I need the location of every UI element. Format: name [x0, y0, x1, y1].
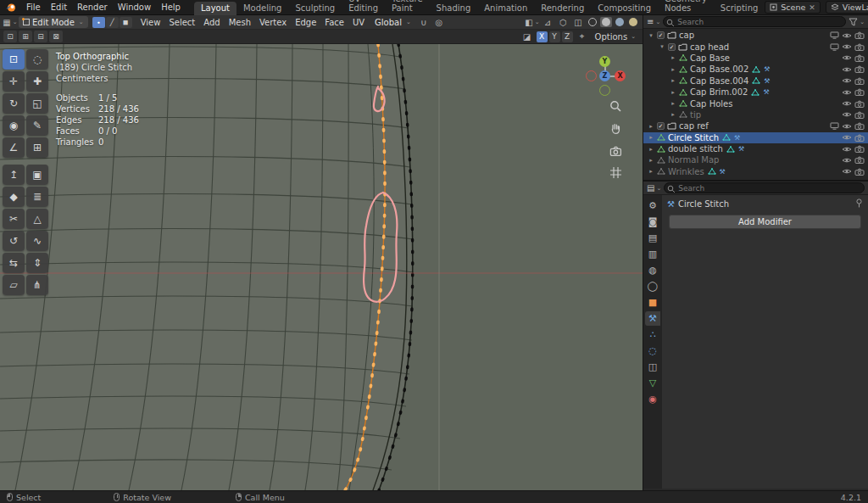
restrict-screen-icon[interactable] — [830, 31, 839, 39]
toggle-ortho-grid-icon[interactable] — [609, 166, 622, 182]
outliner-row[interactable]: ▸Cap Base.002⚒ — [643, 64, 868, 75]
hide-eye-icon[interactable] — [842, 168, 852, 175]
tool-edge-slide[interactable]: ⇆ — [3, 253, 25, 273]
properties-tab-scene[interactable]: ◍ — [645, 263, 660, 277]
workspace-tab-compositing[interactable]: Compositing — [591, 2, 658, 15]
properties-tab-output[interactable]: ▤ — [645, 231, 660, 245]
disable-render-camera-icon[interactable] — [854, 134, 865, 142]
disable-render-camera-icon[interactable] — [854, 88, 865, 96]
mirror-axis-z[interactable]: Z — [562, 31, 573, 42]
properties-tab-render[interactable]: ◙ — [645, 215, 660, 229]
visibility-dropdown-icon[interactable]: ◧⌄ — [526, 16, 539, 28]
workspace-tab-texture-paint[interactable]: Texture Paint — [385, 0, 430, 15]
disable-render-camera-icon[interactable] — [854, 168, 865, 176]
pin-icon[interactable] — [855, 198, 863, 210]
menu-render[interactable]: Render — [72, 3, 113, 12]
expand-arrow-icon[interactable]: ▾ — [659, 43, 665, 50]
axis-x-positive[interactable]: X — [615, 70, 626, 81]
proportional-editing-icon[interactable]: ◎ — [432, 16, 446, 28]
snap-magnet-icon[interactable]: ∪ — [417, 16, 431, 28]
edge-select-icon[interactable]: ╱ — [106, 17, 119, 28]
expand-arrow-icon[interactable]: ▾ — [648, 32, 654, 39]
hide-eye-icon[interactable] — [842, 54, 852, 61]
outliner-search-input[interactable] — [663, 16, 846, 27]
snap-target-icon[interactable]: ⌖ — [576, 31, 589, 42]
outliner-editor-icon[interactable]: ≡⌄ — [647, 17, 660, 26]
viewport-menu-vertex[interactable]: Vertex — [255, 18, 291, 27]
menu-help[interactable]: Help — [156, 3, 186, 12]
expand-arrow-icon[interactable]: ▸ — [648, 157, 654, 164]
restrict-screen-icon[interactable] — [830, 122, 839, 130]
tool-select-circle[interactable]: ◌ — [26, 49, 48, 70]
viewport-menu-mesh[interactable]: Mesh — [225, 18, 255, 27]
tool-measure[interactable]: ∠ — [3, 137, 25, 158]
menu-edit[interactable]: Edit — [46, 3, 72, 12]
shading-rendered-icon[interactable] — [627, 17, 639, 27]
workspace-tab-animation[interactable]: Animation — [477, 2, 534, 15]
workspace-tab-modeling[interactable]: Modeling — [236, 2, 289, 15]
outliner-row[interactable]: ▾✓cap head — [643, 41, 868, 52]
vertex-select-icon[interactable]: ∙ — [92, 17, 105, 28]
expand-arrow-icon[interactable]: ▸ — [648, 146, 654, 153]
tool-bevel[interactable]: ◆ — [3, 187, 25, 207]
tool-shear[interactable]: ▱ — [3, 275, 25, 295]
viewlayer-selector[interactable]: ViewLayer ▣ — [826, 1, 868, 14]
disable-render-camera-icon[interactable] — [854, 31, 865, 39]
hide-eye-icon[interactable] — [842, 111, 852, 118]
select-mode-extend-icon[interactable]: ⊞ — [19, 31, 32, 42]
properties-tab-constraints[interactable]: ◫ — [645, 360, 660, 374]
select-mode-new-icon[interactable]: ⊡ — [3, 31, 17, 42]
restrict-screen-icon[interactable] — [830, 43, 839, 51]
hide-eye-icon[interactable] — [842, 89, 852, 96]
hide-eye-icon[interactable] — [842, 157, 852, 164]
tool-scale[interactable]: ◱ — [26, 93, 48, 114]
tool-knife[interactable]: ✂ — [3, 209, 25, 229]
expand-arrow-icon[interactable]: ▸ — [648, 168, 654, 175]
disable-render-camera-icon[interactable] — [854, 54, 865, 62]
xray-toggle-icon[interactable]: ◫ — [571, 16, 585, 28]
tool-select-box[interactable]: ⊡ — [3, 49, 25, 70]
tool-inset-faces[interactable]: ▣ — [26, 165, 48, 185]
collection-checkbox[interactable]: ✓ — [657, 122, 665, 130]
properties-editor-icon[interactable]: ▤⌄ — [647, 183, 661, 193]
disable-render-camera-icon[interactable] — [854, 122, 865, 130]
navigation-gizmo[interactable]: Y X Z — [585, 56, 626, 97]
hide-eye-icon[interactable] — [842, 77, 852, 84]
blender-logo-icon[interactable] — [5, 3, 17, 13]
viewport-menu-uv[interactable]: UV — [348, 18, 369, 27]
tool-move[interactable]: ✚ — [26, 71, 48, 92]
properties-search-input[interactable] — [664, 182, 865, 193]
expand-arrow-icon[interactable]: ▸ — [670, 54, 676, 61]
mirror-axis-y[interactable]: Y — [549, 31, 560, 42]
tool-rotate[interactable]: ↻ — [3, 93, 25, 114]
workspace-tab-uv-editing[interactable]: UV Editing — [342, 0, 385, 15]
hide-eye-icon[interactable] — [842, 66, 852, 73]
outliner-row[interactable]: ▸Normal Map — [643, 154, 868, 165]
expand-arrow-icon[interactable]: ▸ — [670, 89, 676, 96]
outliner-row[interactable]: ▸✓cap ref — [643, 120, 868, 131]
tool-add-cube[interactable]: ⊞ — [26, 137, 48, 158]
pan-hand-icon[interactable] — [609, 122, 622, 138]
outliner-row[interactable]: ▸Circle Stitch⚒ — [643, 132, 868, 143]
zoom-icon[interactable] — [609, 100, 622, 116]
tool-cursor[interactable]: ✛ — [3, 71, 25, 92]
axis-y-negative[interactable] — [599, 85, 610, 96]
menu-file[interactable]: File — [21, 3, 46, 12]
transform-orientation-selector[interactable]: Global ⌄ — [370, 16, 415, 28]
outliner-row[interactable]: ▾✓cap — [643, 30, 868, 41]
disable-render-camera-icon[interactable] — [854, 43, 865, 51]
tool-annotate[interactable]: ✎ — [26, 115, 48, 136]
shading-solid-icon[interactable] — [600, 17, 612, 27]
disable-render-camera-icon[interactable] — [854, 111, 865, 119]
disable-render-camera-icon[interactable] — [854, 77, 865, 85]
tool-shrink-fatten[interactable]: ⇕ — [26, 253, 48, 273]
mirror-axis-x[interactable]: X — [537, 31, 548, 42]
disable-render-camera-icon[interactable] — [854, 65, 865, 73]
shading-wireframe-icon[interactable] — [587, 17, 598, 27]
viewport-3d[interactable]: ⊡◌✛✚↻◱◉✎∠⊞↥▣◆≣✂△↺∿⇆⇕▱⋔ Top Orthographic … — [0, 44, 643, 490]
gizmo-toggle-icon[interactable]: ⊿ — [541, 16, 554, 28]
hide-eye-icon[interactable] — [842, 32, 852, 39]
expand-arrow-icon[interactable]: ▸ — [670, 66, 676, 73]
workspace-tab-sculpting[interactable]: Sculpting — [288, 2, 342, 15]
scene-selector[interactable]: Scene ✕ — [765, 1, 821, 14]
